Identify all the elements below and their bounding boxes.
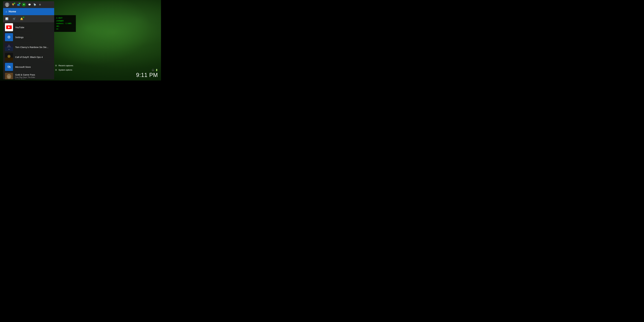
- settings-nav-icon[interactable]: ⚙: [38, 4, 42, 6]
- gp-thumbnail: ESO: [5, 73, 13, 79]
- friends-nav-icon[interactable]: 👥 14: [17, 4, 20, 6]
- info-line-3: oudness -1.6dB): [56, 22, 74, 25]
- guide-panel: 🏆 3 👥 14 ✕ 💬 📡 ⚙ ⌂ Home 📊 🛒 🔔 1: [3, 1, 54, 79]
- achievements-nav-icon[interactable]: 🏆 3: [12, 4, 14, 6]
- menu-item-black-ops-4[interactable]: 4 Call of Duty®: Black Ops 4: [3, 52, 54, 62]
- home-label: Home: [9, 10, 16, 13]
- svg-text:4: 4: [9, 56, 10, 57]
- rainbow-six-label: Tom Clancy's Rainbow Six Sie...: [15, 46, 48, 48]
- home-icon: ⌂: [6, 10, 7, 13]
- recent-captures-icon: ⊙: [55, 64, 57, 67]
- friends-badge: 14: [18, 2, 21, 4]
- store-bag-icon: 🛍: [7, 65, 11, 69]
- black-ops-label: Call of Duty®: Black Ops 4: [15, 56, 43, 58]
- info-line-2: 2160@60: [56, 20, 74, 22]
- menu-item-gamepass[interactable]: ESO Gold & Game Pass Free Play Days: The…: [3, 72, 54, 79]
- microsoft-store-icon: 🛍: [5, 63, 13, 71]
- gamepass-icon: ESO: [5, 73, 13, 79]
- store-icon-nav[interactable]: 🛒: [13, 17, 16, 20]
- gamepass-sublabel-2: Scrolls Online: [15, 78, 35, 80]
- info-panel: A 0HZY 2160@60 oudness -1.6dB) 40) os: [54, 15, 76, 32]
- activity-icon[interactable]: 📊: [5, 17, 8, 20]
- bottom-items-area: ⊙ Recent captures ⊙ System options: [53, 63, 76, 72]
- svg-text:R6: R6: [8, 49, 10, 50]
- recent-captures-label: Recent captures: [58, 64, 73, 67]
- svg-rect-8: [5, 58, 13, 61]
- social-nav-icon[interactable]: 📡: [33, 4, 36, 6]
- menu-list: YouTube ⚙ Settings R6 Tom Cla: [3, 22, 54, 79]
- menu-item-microsoft-store[interactable]: 🛍 Microsoft Store: [3, 62, 54, 72]
- top-nav-bar: 🏆 3 👥 14 ✕ 💬 📡 ⚙: [3, 1, 54, 8]
- menu-item-rainbow-six[interactable]: R6 Tom Clancy's Rainbow Six Sie...: [3, 42, 54, 52]
- youtube-icon: [5, 23, 13, 31]
- status-icons: 🎧 🔋: [152, 69, 158, 71]
- cod-thumbnail: 4: [5, 53, 13, 61]
- gamepass-label: Gold & Game Pass: [15, 74, 35, 76]
- headset-icon: 🎧: [152, 69, 154, 71]
- info-line-1: A 0HZY: [56, 17, 74, 20]
- settings-label: Settings: [15, 36, 24, 38]
- battery-icon: 🔋: [156, 69, 158, 71]
- r6-thumbnail: R6: [5, 43, 13, 51]
- system-options-icon: ⊙: [55, 68, 57, 71]
- svg-point-1: [6, 4, 8, 5]
- svg-text:ESO: ESO: [8, 76, 10, 78]
- recent-captures-item[interactable]: ⊙ Recent captures: [53, 63, 76, 68]
- menu-item-youtube[interactable]: YouTube: [3, 22, 54, 32]
- info-line-4: 40): [56, 25, 74, 28]
- messages-nav-icon[interactable]: 💬: [28, 4, 31, 6]
- clock-area: 🎧 🔋 9:11 PM: [136, 69, 158, 78]
- system-options-label: System options: [58, 69, 72, 71]
- microsoft-store-label: Microsoft Store: [15, 66, 31, 68]
- achievements-badge: 3: [14, 2, 16, 4]
- notifications-badge: 1: [22, 16, 24, 18]
- user-avatar[interactable]: [5, 2, 9, 7]
- black-ops-icon: 4: [5, 53, 13, 61]
- yt-red-bg: [6, 26, 12, 29]
- menu-item-settings[interactable]: ⚙ Settings: [3, 32, 54, 42]
- info-line-5: os: [56, 28, 74, 30]
- clock-time: 9:11 PM: [136, 72, 158, 78]
- rainbow-six-icon: R6: [5, 43, 13, 51]
- system-options-item[interactable]: ⊙ System options: [53, 68, 76, 72]
- youtube-label: YouTube: [15, 26, 24, 29]
- settings-app-icon: ⚙: [5, 33, 13, 41]
- notifications-icon[interactable]: 🔔 1: [20, 17, 23, 20]
- home-header[interactable]: ⌂ Home: [3, 8, 54, 15]
- xbox-button[interactable]: ✕: [22, 3, 26, 6]
- gear-icon: ⚙: [7, 35, 11, 39]
- secondary-nav: 📊 🛒 🔔 1: [3, 15, 54, 22]
- yt-play-icon: [8, 26, 10, 28]
- yt-logo: [5, 23, 13, 31]
- gamepass-sublabel-1: Free Play Days: The Elder: [15, 76, 35, 78]
